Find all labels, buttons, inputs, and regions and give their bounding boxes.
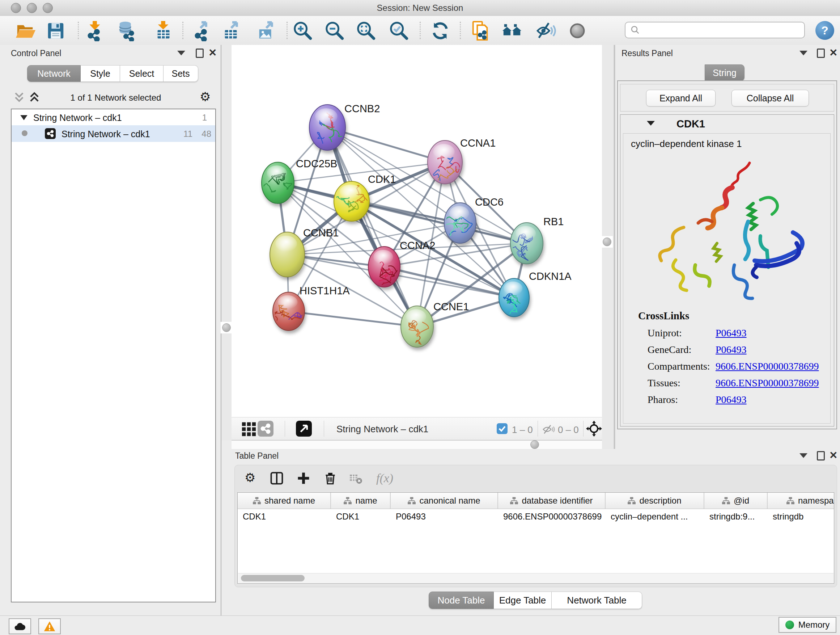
cell-description[interactable]: cyclin–dependent ... (606, 509, 704, 524)
birds-eye-view-icon[interactable] (586, 421, 602, 437)
right-splitter-handle[interactable] (603, 238, 611, 246)
export-table-icon[interactable] (221, 20, 242, 41)
cell-canonical-name[interactable]: P06493 (391, 509, 498, 524)
selected-checkbox-icon[interactable] (497, 423, 508, 434)
column-header-id[interactable]: @id (704, 493, 767, 509)
network-options-gear-icon[interactable]: ⚙ (200, 90, 210, 103)
export-network-icon[interactable] (191, 20, 212, 41)
zoom-selected-icon[interactable] (388, 20, 409, 41)
network-node-HIST1H1A[interactable] (273, 292, 310, 331)
import-network-from-database-icon[interactable] (117, 20, 138, 41)
zoom-fit-icon[interactable] (355, 20, 377, 41)
left-splitter-handle[interactable] (222, 323, 231, 332)
network-node-RB1[interactable] (510, 223, 543, 264)
horizontal-splitter[interactable] (232, 440, 602, 449)
crosslink-label: Compartments: (647, 361, 710, 372)
hide-selected-icon[interactable] (535, 20, 556, 41)
new-network-from-selection-icon[interactable] (470, 20, 491, 41)
cell-database-identifier[interactable]: 9606.ENSP00000378699 (498, 509, 606, 524)
string-app-icon (45, 128, 56, 139)
tab-string[interactable]: String (705, 65, 745, 81)
network-node-CDC25B[interactable] (262, 162, 294, 203)
network-row-selected[interactable]: String Network – cdk1 11 48 (11, 125, 215, 142)
import-network-icon[interactable] (84, 20, 105, 41)
cell-shared-name[interactable]: CDK1 (238, 509, 331, 524)
network-node-CCNE1[interactable] (401, 306, 433, 347)
control-panel-menu-icon[interactable] (177, 51, 185, 55)
crosslink-uniprot-link[interactable]: P06493 (715, 327, 747, 339)
save-session-icon[interactable] (45, 20, 66, 41)
collapse-all-networks-icon[interactable] (13, 91, 25, 103)
add-column-icon[interactable] (296, 470, 311, 486)
open-session-icon[interactable] (15, 20, 36, 41)
import-table-icon[interactable] (153, 20, 174, 41)
results-panel-tabs: String (705, 65, 745, 81)
results-panel-float-icon[interactable] (817, 49, 825, 58)
network-collection-row[interactable]: String Network – cdk1 1 (11, 109, 215, 125)
apply-layout-icon[interactable] (430, 20, 451, 41)
warnings-button[interactable] (38, 618, 61, 634)
network-node-CDK1[interactable] (332, 181, 369, 221)
results-panel-close-icon[interactable]: ✕ (829, 49, 837, 57)
show-columns-icon[interactable] (269, 470, 284, 486)
table-horizontal-scrollbar[interactable] (238, 573, 834, 583)
tab-node-table[interactable]: Node Table (429, 592, 494, 609)
cell-id[interactable]: stringdb:9... (704, 509, 767, 524)
crosslink-pharos-link[interactable]: P06493 (715, 394, 747, 405)
delete-column-icon[interactable] (323, 470, 338, 486)
tab-style[interactable]: Style (81, 65, 120, 82)
network-node-CCNB1[interactable] (270, 232, 305, 277)
tab-select[interactable]: Select (120, 65, 164, 82)
crosslink-genecard-link[interactable]: P06493 (715, 344, 747, 356)
cell-name[interactable]: CDK1 (331, 509, 391, 524)
table-panel-float-icon[interactable] (817, 451, 825, 461)
gene-collapse-icon[interactable] (647, 121, 655, 126)
tab-network[interactable]: Network (27, 65, 81, 82)
column-header-description[interactable]: description (606, 493, 704, 509)
table-options-gear-icon[interactable]: ⚙ (245, 471, 256, 484)
crosslink-tissues-link[interactable]: 9606.ENSP00000378699 (715, 377, 819, 389)
detach-view-icon[interactable] (296, 421, 312, 437)
collapse-all-button[interactable]: Collapse All (731, 90, 809, 106)
table-row[interactable]: CDK1 CDK1 P06493 9606.ENSP00000378699 cy… (238, 509, 834, 524)
collapse-icon[interactable] (20, 115, 27, 120)
network-share-view-icon[interactable] (257, 421, 273, 437)
cloud-status-button[interactable] (9, 618, 31, 634)
column-header-shared-name[interactable]: shared name (238, 493, 331, 509)
control-panel-close-icon[interactable]: ✕ (208, 49, 217, 57)
tab-edge-table[interactable]: Edge Table (494, 592, 552, 609)
first-neighbors-icon[interactable] (501, 20, 523, 41)
show-all-icon[interactable] (567, 20, 588, 41)
column-header-database-identifier[interactable]: database identifier (498, 493, 606, 509)
table-panel-menu-icon[interactable] (799, 453, 807, 458)
crosslink-compartments-link[interactable]: 9606.ENSP00000378699 (715, 361, 819, 372)
cell-namespace[interactable]: stringdb (767, 509, 834, 524)
network-node-CCNB2[interactable] (309, 105, 346, 150)
column-header-namespace[interactable]: namespace (767, 493, 834, 509)
export-image-icon[interactable] (256, 20, 278, 41)
network-canvas[interactable]: CCNB2CCNA1CDC25BCDK1CDC6RB1CCNB1CCNA2CDK… (232, 45, 602, 417)
memory-button[interactable]: Memory (778, 617, 836, 633)
expand-all-button[interactable]: Expand All (646, 90, 715, 106)
application-window: Session: New Session ? Control Panel ✕ N… (0, 0, 840, 635)
zoom-in-icon[interactable] (292, 20, 313, 41)
network-node-CDKN1A[interactable] (499, 279, 529, 317)
help-icon[interactable]: ? (815, 21, 834, 40)
network-node-CCNA1[interactable] (428, 141, 464, 184)
zoom-out-icon[interactable] (324, 20, 345, 41)
table-panel-close-icon[interactable]: ✕ (829, 451, 837, 460)
tab-sets[interactable]: Sets (164, 65, 198, 82)
selected-node-edge-counts: 1 – 0 (512, 424, 533, 435)
search-input[interactable] (641, 25, 804, 35)
left-splitter[interactable] (221, 45, 232, 440)
horizontal-splitter-handle[interactable] (531, 440, 539, 449)
grid-view-icon[interactable] (241, 421, 257, 437)
expand-all-networks-icon[interactable] (28, 91, 41, 103)
tab-network-table[interactable]: Network Table (552, 592, 642, 609)
node-label-CCNA2: CCNA2 (400, 240, 435, 251)
table-scrollbar-thumb[interactable] (241, 575, 305, 581)
control-panel-float-icon[interactable] (196, 49, 204, 58)
column-header-name[interactable]: name (331, 493, 391, 509)
column-header-canonical-name[interactable]: canonical name (391, 493, 498, 509)
results-panel-menu-icon[interactable] (799, 51, 807, 55)
